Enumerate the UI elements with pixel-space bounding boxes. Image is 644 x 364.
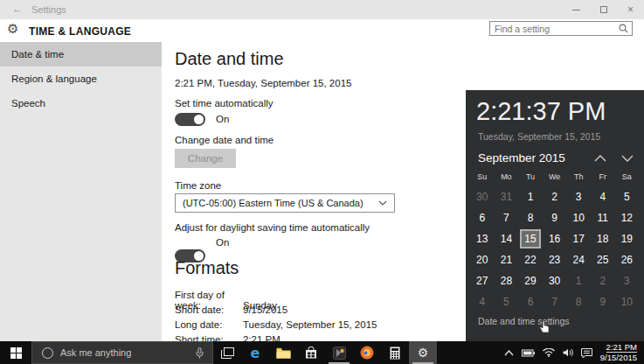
calendar-day[interactable]: 30 — [470, 186, 495, 207]
change-button[interactable]: Change — [175, 149, 236, 168]
calendar-day[interactable]: 12 — [615, 207, 640, 228]
system-tray: 2:21 PM 9/15/2015 — [504, 341, 644, 364]
calendar-day[interactable]: 16 — [543, 228, 567, 249]
calendar-day[interactable]: 4 — [591, 186, 615, 207]
store-taskbar-button[interactable] — [297, 341, 325, 364]
format-label: Short time: — [175, 334, 243, 341]
date-time-settings-link[interactable]: Date and time settings — [478, 316, 569, 326]
back-button[interactable]: ← — [9, 3, 26, 15]
action-center-icon[interactable] — [581, 348, 592, 358]
cortana-search-input[interactable] — [53, 347, 196, 358]
file-explorer-taskbar-button[interactable] — [269, 341, 297, 364]
calendar-day-selected[interactable]: 15 — [518, 228, 543, 249]
calendar-day[interactable]: 6 — [470, 207, 495, 228]
calendar-day[interactable]: 10 — [566, 207, 591, 228]
calendar-day[interactable]: 5 — [615, 186, 640, 207]
calendar-day[interactable]: 7 — [495, 207, 519, 228]
calendar-day[interactable]: 8 — [518, 207, 543, 228]
calendar-prev-button[interactable] — [594, 155, 606, 162]
calendar-day[interactable]: 1 — [518, 186, 543, 207]
camera-app-taskbar-button[interactable] — [325, 341, 353, 364]
show-hidden-icons-chevron[interactable] — [504, 350, 514, 356]
calendar-day[interactable]: 29 — [518, 270, 543, 291]
calendar-day[interactable]: 2 — [543, 186, 567, 207]
calendar-day[interactable]: 1 — [566, 270, 591, 291]
firefox-icon — [360, 346, 374, 360]
calendar-day-number: 12 — [616, 208, 637, 228]
calendar-day[interactable]: 17 — [566, 228, 591, 249]
calendar-day-number: 8 — [568, 292, 589, 312]
sidebar-item-region-language[interactable]: Region & language — [0, 66, 162, 91]
calendar-day[interactable]: 21 — [495, 249, 519, 270]
format-row: Long date:Tuesday, September 15, 2015 — [175, 319, 377, 330]
cortana-search-box[interactable] — [31, 341, 213, 364]
calendar-day[interactable]: 23 — [543, 249, 567, 270]
maximize-icon — [600, 6, 607, 13]
calendar-day[interactable]: 27 — [470, 270, 495, 291]
calendar-day[interactable]: 30 — [543, 270, 567, 291]
page-header-title: TIME & LANGUAGE — [29, 25, 131, 38]
calendar-day[interactable]: 7 — [543, 291, 567, 312]
calendar-day[interactable]: 5 — [495, 291, 519, 312]
task-view-button[interactable] — [213, 341, 241, 364]
microphone-icon[interactable] — [196, 347, 204, 359]
set-time-auto-label: Set time automatically — [175, 98, 274, 108]
calendar-day[interactable]: 2 — [591, 270, 615, 291]
calendar-day[interactable]: 11 — [591, 207, 615, 228]
calendar-day[interactable]: 19 — [615, 228, 640, 249]
calendar-day[interactable]: 28 — [495, 270, 519, 291]
calendar-day[interactable]: 9 — [543, 207, 567, 228]
tray-clock[interactable]: 2:21 PM 9/15/2015 — [600, 342, 637, 363]
calendar-day-header: We — [543, 172, 567, 185]
start-button[interactable] — [0, 341, 31, 364]
calendar-day-header: Su — [470, 172, 495, 185]
sidebar-item-speech[interactable]: Speech — [0, 91, 162, 116]
timezone-dropdown[interactable]: (UTC-05:00) Eastern Time (US & Canada) — [175, 193, 395, 213]
maximize-button[interactable] — [590, 0, 617, 19]
calendar-day-number: 9 — [544, 208, 565, 228]
calendar-day[interactable]: 13 — [470, 228, 495, 249]
firefox-taskbar-button[interactable] — [353, 341, 381, 364]
calendar-day[interactable]: 24 — [566, 249, 591, 270]
store-icon — [305, 346, 317, 359]
calendar-day[interactable]: 26 — [615, 249, 640, 270]
change-button-label: Change — [188, 153, 223, 164]
settings-header: ⚙ TIME & LANGUAGE — [0, 19, 644, 42]
calendar-next-button[interactable] — [621, 155, 634, 162]
calendar-day[interactable]: 25 — [591, 249, 615, 270]
close-button[interactable]: × — [617, 0, 644, 19]
calendar-day[interactable]: 8 — [566, 291, 591, 312]
calendar-day[interactable]: 9 — [591, 291, 615, 312]
sidebar-item-date-time[interactable]: Date & time — [0, 42, 162, 66]
battery-icon[interactable] — [522, 349, 535, 357]
gear-icon: ⚙ — [7, 21, 18, 37]
calendar-day-number: 17 — [568, 229, 589, 248]
calendar-day-number: 28 — [495, 271, 516, 290]
settings-taskbar-button[interactable]: ⚙ — [409, 341, 437, 364]
calendar-day-number: 4 — [472, 292, 493, 312]
find-setting-search[interactable] — [489, 21, 633, 36]
desktop-screen: ← Settings × ⚙ TIME & LANGUAGE Date & ti… — [0, 0, 644, 364]
calendar-day[interactable]: 22 — [518, 249, 543, 270]
calendar-day[interactable]: 10 — [615, 291, 640, 312]
calendar-day[interactable]: 20 — [470, 249, 495, 270]
wifi-icon[interactable] — [543, 348, 555, 357]
search-input[interactable] — [490, 24, 619, 34]
calendar-day[interactable]: 18 — [591, 228, 615, 249]
minimize-button[interactable] — [563, 0, 590, 19]
calendar-day[interactable]: 4 — [470, 291, 495, 312]
calendar-day[interactable]: 6 — [518, 291, 543, 312]
format-value: Tuesday, September 15, 2015 — [243, 319, 377, 330]
calculator-taskbar-button[interactable] — [381, 341, 409, 364]
speaker-icon[interactable] — [563, 348, 573, 357]
set-time-auto-toggle[interactable] — [175, 113, 205, 126]
calendar-day[interactable]: 3 — [566, 186, 591, 207]
edge-taskbar-button[interactable]: e — [241, 341, 269, 364]
calculator-icon — [390, 346, 400, 360]
calendar-day[interactable]: 31 — [495, 186, 519, 207]
toggle-knob — [194, 115, 204, 124]
calendar-day-number: 6 — [472, 208, 493, 228]
calendar-day[interactable]: 14 — [495, 228, 519, 249]
calendar-day[interactable]: 3 — [615, 270, 640, 291]
calendar-day-header: Tu — [518, 172, 543, 185]
